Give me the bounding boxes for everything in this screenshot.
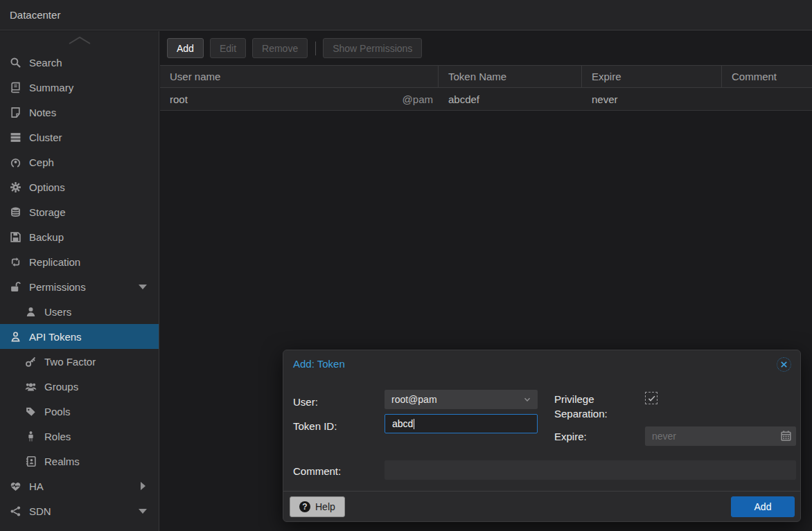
sidebar-item-label: Groups bbox=[44, 381, 78, 393]
user-outline-icon bbox=[10, 331, 21, 343]
calendar-icon[interactable] bbox=[780, 430, 792, 442]
dialog-footer: ? Help Add bbox=[283, 491, 800, 521]
column-header-comment[interactable]: Comment bbox=[722, 66, 812, 87]
circle-x-icon bbox=[779, 360, 788, 369]
sidebar-item-label: Cluster bbox=[29, 132, 62, 143]
sidebar-scroll-up[interactable] bbox=[0, 31, 159, 50]
retweet-icon bbox=[10, 256, 21, 268]
help-button-label: Help bbox=[315, 501, 335, 512]
column-header-expire[interactable]: Expire bbox=[582, 66, 722, 87]
key-icon bbox=[25, 356, 37, 368]
sidebar-item-label: Two Factor bbox=[44, 356, 96, 368]
token-id-value: abcd bbox=[392, 418, 413, 429]
sidebar-item-options[interactable]: Options bbox=[0, 174, 159, 199]
privilege-separation-checkbox[interactable] bbox=[645, 392, 657, 404]
sidebar-item-pools[interactable]: Pools bbox=[0, 399, 159, 424]
sidebar-item-permissions[interactable]: Permissions bbox=[0, 274, 159, 299]
sidebar-item-notes[interactable]: Notes bbox=[0, 100, 159, 125]
sidebar-item-replication[interactable]: Replication bbox=[0, 249, 159, 274]
sidebar-item-api-tokens[interactable]: API Tokens bbox=[0, 324, 159, 349]
comment-input-text[interactable] bbox=[391, 465, 779, 476]
sidebar-item-storage[interactable]: Storage bbox=[0, 199, 159, 224]
user-icon bbox=[25, 306, 37, 318]
sidebar-item-label: Pools bbox=[44, 406, 71, 417]
column-header-token-name[interactable]: Token Name bbox=[439, 66, 582, 87]
sidebar-item-ceph[interactable]: Ceph bbox=[0, 150, 159, 174]
table-header: User name Token Name Expire Comment bbox=[160, 65, 812, 88]
expire-input-text[interactable] bbox=[652, 431, 770, 442]
sidebar-item-label: Realms bbox=[44, 456, 80, 467]
column-header-user-name[interactable]: User name bbox=[160, 66, 439, 87]
chevron-up-icon bbox=[67, 36, 92, 45]
sidebar-item-label: HA bbox=[29, 480, 44, 492]
user-name-value: root bbox=[170, 93, 188, 105]
token-id-input[interactable]: abcd bbox=[385, 414, 538, 433]
heartbeat-icon bbox=[10, 480, 21, 492]
sidebar: Search Summary Notes Cluster Ceph Option… bbox=[0, 31, 159, 531]
token-id-field-label: Token ID: bbox=[293, 420, 337, 432]
edit-button[interactable]: Edit bbox=[210, 38, 246, 58]
cell-token-name: abcdef bbox=[439, 88, 582, 110]
sidebar-item-backup[interactable]: Backup bbox=[0, 224, 159, 249]
search-icon bbox=[10, 57, 21, 69]
add-button[interactable]: Add bbox=[167, 38, 204, 58]
server-icon bbox=[10, 132, 21, 143]
user-field-label: User: bbox=[293, 396, 318, 408]
expire-input[interactable] bbox=[645, 426, 796, 446]
ceph-icon bbox=[10, 156, 21, 168]
cell-comment bbox=[722, 88, 812, 110]
sidebar-item-label: Replication bbox=[29, 256, 80, 268]
chevron-down-icon[interactable] bbox=[522, 395, 532, 404]
toolbar-separator bbox=[315, 42, 316, 55]
sidebar-item-realms[interactable]: Realms bbox=[0, 449, 159, 474]
share-icon bbox=[10, 505, 21, 517]
sidebar-item-label: Options bbox=[29, 181, 65, 193]
sidebar-item-label: Ceph bbox=[29, 156, 54, 168]
sidebar-item-users[interactable]: Users bbox=[0, 299, 159, 324]
show-permissions-button[interactable]: Show Permissions bbox=[323, 38, 422, 58]
sidebar-item-label: Roles bbox=[44, 431, 71, 442]
checkmark-icon bbox=[647, 394, 656, 403]
book-icon bbox=[10, 82, 21, 93]
dialog-add-button[interactable]: Add bbox=[731, 496, 795, 517]
remove-button[interactable]: Remove bbox=[252, 38, 308, 58]
database-icon bbox=[10, 206, 21, 218]
sidebar-item-label: API Tokens bbox=[29, 331, 82, 343]
top-bar: Datacenter bbox=[0, 0, 812, 30]
cell-user-name: root @pam bbox=[160, 88, 439, 110]
comment-field-label: Comment: bbox=[293, 465, 341, 477]
user-combobox[interactable]: root@pam bbox=[385, 390, 538, 409]
chevron-down-icon bbox=[139, 285, 147, 289]
toolbar: Add Edit Remove Show Permissions bbox=[160, 31, 812, 65]
sidebar-item-cluster[interactable]: Cluster bbox=[0, 125, 159, 150]
privilege-separation-label: Privilege Separation: bbox=[554, 392, 624, 421]
chevron-right-icon bbox=[141, 482, 145, 490]
users-icon bbox=[25, 381, 37, 393]
sidebar-item-groups[interactable]: Groups bbox=[0, 374, 159, 399]
cell-expire: never bbox=[582, 88, 722, 110]
sidebar-item-label: Search bbox=[29, 57, 62, 69]
sidebar-item-label: SDN bbox=[29, 505, 51, 517]
sidebar-item-ha[interactable]: HA bbox=[0, 474, 159, 498]
sidebar-item-roles[interactable]: Roles bbox=[0, 424, 159, 449]
dialog-title: Add: Token bbox=[293, 358, 345, 370]
sidebar-item-summary[interactable]: Summary bbox=[0, 75, 159, 100]
user-realm-value: @pam bbox=[403, 93, 433, 105]
note-icon bbox=[10, 107, 21, 118]
sidebar-item-label: Backup bbox=[29, 231, 64, 243]
table-row[interactable]: root @pam abcdef never bbox=[160, 88, 812, 111]
address-book-icon bbox=[25, 456, 37, 467]
user-combobox-value: root@pam bbox=[391, 394, 437, 405]
help-button[interactable]: ? Help bbox=[290, 496, 345, 517]
sidebar-item-search[interactable]: Search bbox=[0, 50, 159, 75]
person-icon bbox=[25, 431, 37, 442]
comment-input[interactable] bbox=[385, 460, 796, 480]
gear-icon bbox=[10, 181, 21, 193]
sidebar-item-sdn[interactable]: SDN bbox=[0, 498, 159, 523]
sidebar-item-label: Summary bbox=[29, 82, 73, 93]
close-button[interactable] bbox=[777, 357, 791, 372]
sidebar-item-label: Notes bbox=[29, 107, 56, 118]
tag-icon bbox=[25, 406, 37, 417]
sidebar-item-two-factor[interactable]: Two Factor bbox=[0, 349, 159, 374]
expire-field-label: Expire: bbox=[554, 431, 587, 442]
